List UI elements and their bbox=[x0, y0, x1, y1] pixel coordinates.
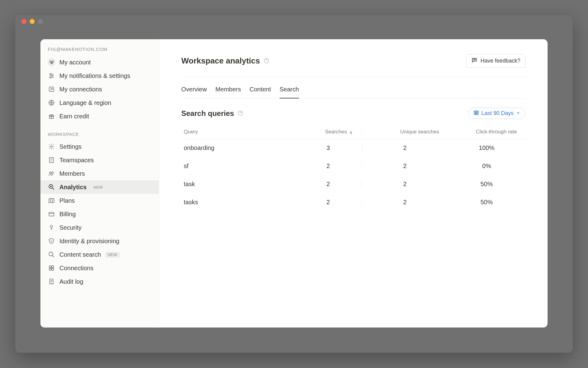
page-title: Workspace analytics bbox=[181, 56, 260, 66]
gear-icon bbox=[48, 143, 55, 150]
sidebar-item-label: Billing bbox=[59, 211, 76, 218]
cell-query: onboarding bbox=[181, 144, 295, 151]
svg-point-32 bbox=[475, 59, 476, 60]
table-row[interactable]: task 2 2 50% bbox=[181, 175, 526, 193]
minimize-window-button[interactable] bbox=[30, 19, 35, 24]
svg-point-39 bbox=[476, 113, 477, 113]
cell-searches: 3 bbox=[295, 144, 362, 151]
sidebar-item-label: Analytics bbox=[59, 184, 87, 191]
sidebar-workspace-header: WORKSPACE bbox=[40, 123, 159, 140]
building-icon bbox=[48, 156, 55, 164]
sliders-icon bbox=[48, 72, 55, 79]
cell-searches: 2 bbox=[295, 199, 362, 206]
card-icon bbox=[48, 210, 55, 218]
app-body: FIG@MAKENOTION.COM 🐨 My account My notif… bbox=[40, 39, 548, 328]
sidebar: FIG@MAKENOTION.COM 🐨 My account My notif… bbox=[40, 39, 159, 328]
tab-members[interactable]: Members bbox=[215, 80, 241, 98]
table-row[interactable]: onboarding 3 2 100% bbox=[181, 139, 526, 157]
maximize-window-button[interactable] bbox=[38, 19, 43, 24]
sidebar-item-billing[interactable]: Billing bbox=[40, 207, 159, 221]
sidebar-item-security[interactable]: Security bbox=[40, 221, 159, 234]
svg-point-5 bbox=[50, 77, 51, 78]
col-searches[interactable]: Searches bbox=[295, 129, 362, 135]
sidebar-item-ws-connections[interactable]: Connections bbox=[40, 261, 159, 275]
sidebar-item-label: My notifications & settings bbox=[59, 72, 130, 79]
sidebar-item-plans[interactable]: Plans bbox=[40, 194, 159, 207]
chevron-down-icon bbox=[516, 110, 520, 117]
sidebar-item-connections[interactable]: My connections bbox=[40, 82, 159, 96]
svg-point-38 bbox=[475, 113, 476, 113]
table-row[interactable]: sf 2 2 0% bbox=[181, 157, 526, 175]
svg-line-22 bbox=[52, 255, 54, 257]
svg-point-4 bbox=[52, 75, 53, 76]
sidebar-item-label: My connections bbox=[59, 86, 102, 93]
sidebar-item-language[interactable]: Language & region bbox=[40, 96, 159, 109]
table-row[interactable]: tasks 2 2 50% bbox=[181, 193, 526, 211]
svg-rect-23 bbox=[49, 266, 51, 268]
people-icon bbox=[48, 170, 55, 177]
sidebar-item-members[interactable]: Members bbox=[40, 167, 159, 180]
zoom-in-icon bbox=[48, 183, 55, 191]
svg-point-40 bbox=[477, 113, 477, 113]
cell-ctr: 50% bbox=[448, 199, 526, 206]
svg-point-21 bbox=[49, 252, 53, 256]
help-icon[interactable] bbox=[238, 110, 244, 117]
sidebar-item-label: Security bbox=[59, 224, 81, 231]
feedback-button[interactable]: Have feedback? bbox=[466, 54, 526, 68]
section-header: Search queries Last 90 Days bbox=[181, 108, 526, 119]
sidebar-item-label: Connections bbox=[59, 265, 93, 272]
sidebar-item-audit-log[interactable]: Audit log bbox=[40, 275, 159, 288]
titlebar bbox=[15, 15, 573, 28]
sidebar-item-identity[interactable]: Identity & provisioning bbox=[40, 234, 159, 248]
sidebar-item-label: Settings bbox=[59, 143, 81, 150]
sidebar-item-teamspaces[interactable]: Teamspaces bbox=[40, 153, 159, 167]
tab-search[interactable]: Search bbox=[280, 80, 299, 98]
svg-rect-26 bbox=[52, 268, 54, 270]
key-icon bbox=[48, 224, 55, 231]
cell-unique: 2 bbox=[362, 181, 448, 188]
sidebar-item-earn-credit[interactable]: Earn credit bbox=[40, 109, 159, 123]
sidebar-item-content-search[interactable]: Content search NEW bbox=[40, 248, 159, 261]
map-icon bbox=[48, 197, 55, 204]
new-badge: NEW bbox=[91, 184, 105, 190]
section-title: Search queries bbox=[181, 109, 234, 118]
page-header: Workspace analytics Have feedback? bbox=[181, 54, 526, 77]
sidebar-item-label: Members bbox=[59, 170, 85, 177]
table-header-row: Query Searches Unique searches Click-thr… bbox=[181, 125, 526, 139]
sidebar-item-label: Content search bbox=[59, 251, 101, 258]
tab-overview[interactable]: Overview bbox=[181, 80, 207, 98]
col-unique[interactable]: Unique searches bbox=[362, 129, 448, 135]
sidebar-item-analytics[interactable]: Analytics NEW bbox=[40, 180, 159, 194]
sidebar-item-notifications[interactable]: My notifications & settings bbox=[40, 69, 159, 82]
svg-point-31 bbox=[474, 59, 475, 60]
new-badge: NEW bbox=[105, 252, 120, 258]
sidebar-item-my-account[interactable]: 🐨 My account bbox=[40, 56, 159, 69]
svg-point-42 bbox=[476, 113, 477, 114]
grid-icon bbox=[48, 264, 55, 272]
svg-rect-18 bbox=[49, 213, 54, 216]
col-query[interactable]: Query bbox=[181, 129, 295, 135]
date-filter-button[interactable]: Last 90 Days bbox=[468, 108, 526, 119]
help-icon[interactable] bbox=[264, 58, 270, 64]
svg-point-43 bbox=[477, 113, 477, 114]
sidebar-item-label: Teamspaces bbox=[59, 157, 94, 164]
sidebar-item-settings[interactable]: Settings bbox=[40, 140, 159, 153]
sidebar-item-label: Identity & provisioning bbox=[59, 238, 119, 245]
gift-icon bbox=[48, 113, 55, 120]
arrow-up-right-icon bbox=[48, 86, 55, 93]
tabs: Overview Members Content Search bbox=[181, 80, 526, 98]
calendar-icon bbox=[473, 110, 479, 117]
search-queries-table: Query Searches Unique searches Click-thr… bbox=[181, 125, 526, 211]
close-window-button[interactable] bbox=[21, 19, 26, 24]
svg-rect-24 bbox=[52, 266, 54, 268]
sidebar-item-label: Earn credit bbox=[59, 113, 89, 120]
svg-point-13 bbox=[52, 172, 54, 174]
svg-point-30 bbox=[473, 59, 474, 60]
sidebar-item-label: Audit log bbox=[59, 278, 83, 285]
sidebar-account-header: FIG@MAKENOTION.COM bbox=[40, 47, 159, 56]
svg-rect-25 bbox=[49, 268, 51, 270]
avatar-icon: 🐨 bbox=[48, 59, 55, 66]
col-ctr[interactable]: Click-through rate bbox=[448, 129, 526, 135]
svg-line-15 bbox=[52, 188, 54, 190]
tab-content[interactable]: Content bbox=[250, 80, 271, 98]
